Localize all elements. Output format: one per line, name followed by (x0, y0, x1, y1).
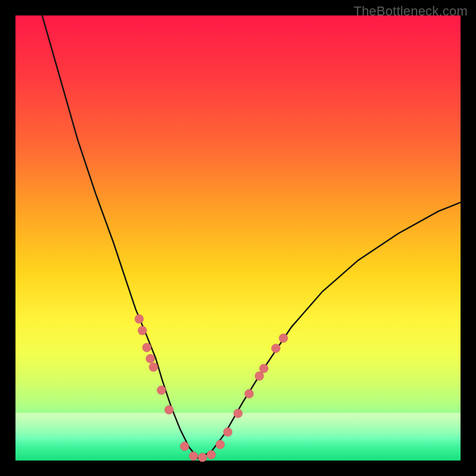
watermark-text: TheBottleneck.com (353, 4, 468, 19)
data-point (157, 386, 166, 394)
data-point (271, 344, 280, 353)
data-point (259, 364, 268, 373)
data-point (207, 450, 216, 459)
data-point (216, 440, 225, 449)
plot-area (15, 15, 461, 461)
data-point (138, 326, 147, 335)
data-point (165, 405, 174, 414)
data-point (134, 315, 143, 324)
curve-layer (15, 15, 461, 461)
data-point (149, 362, 158, 371)
chart-frame: TheBottleneck.com (0, 0, 476, 476)
data-point (180, 442, 189, 451)
data-point (189, 452, 198, 461)
dot-group (134, 315, 287, 462)
data-point (279, 334, 288, 343)
data-point (198, 453, 207, 462)
data-point (146, 354, 155, 363)
data-point (223, 428, 232, 437)
data-point (245, 389, 253, 398)
data-point (142, 343, 151, 352)
data-point (234, 409, 243, 418)
